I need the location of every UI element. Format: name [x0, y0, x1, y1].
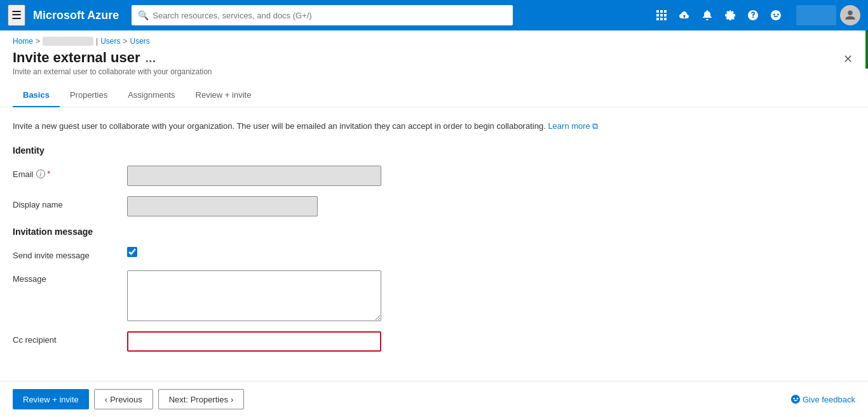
page-title-area: Invite external user ... Invite an exter…	[13, 50, 855, 76]
help-question-icon[interactable]	[743, 6, 763, 24]
notification-bell-icon[interactable]	[697, 6, 717, 24]
user-name-button[interactable]	[796, 5, 836, 25]
form-area: Invite a new guest user to collaborate w…	[0, 107, 868, 352]
svg-rect-4	[660, 14, 663, 17]
tab-basics[interactable]: Basics	[13, 84, 60, 107]
page-title: Invite external user ...	[13, 50, 855, 66]
svg-rect-7	[660, 18, 663, 20]
svg-rect-0	[656, 10, 659, 13]
hamburger-menu-button[interactable]: ☰	[8, 4, 25, 26]
breadcrumb-sep2: |	[96, 37, 98, 46]
azure-brand: Microsoft Azure	[33, 9, 119, 22]
info-text: Invite a new guest user to collaborate w…	[13, 120, 855, 133]
send-invite-checkbox[interactable]	[127, 247, 137, 257]
display-name-input[interactable]	[127, 196, 318, 216]
footer-right: Give feedback	[791, 395, 855, 404]
breadcrumb-sep1: >	[36, 37, 40, 46]
display-name-label: Display name	[13, 196, 114, 209]
search-icon: 🔍	[138, 10, 149, 20]
settings-gear-icon[interactable]	[720, 6, 740, 24]
display-name-row: Display name	[13, 196, 855, 216]
breadcrumb-users1[interactable]: Users	[100, 37, 120, 46]
svg-rect-2	[664, 10, 667, 13]
cc-recipient-label: Cc recipient	[13, 331, 114, 345]
main-content: Home > | Users > Users Invite external u…	[0, 30, 868, 417]
page-subtitle: Invite an external user to collaborate w…	[13, 67, 855, 76]
user-area	[796, 5, 860, 25]
svg-rect-6	[656, 18, 659, 20]
send-invite-label: Send invite message	[13, 247, 114, 260]
svg-rect-8	[664, 18, 667, 20]
email-label: Email i *	[13, 166, 114, 179]
tab-assignments[interactable]: Assignments	[118, 84, 185, 107]
email-input[interactable]	[127, 166, 381, 186]
top-navigation: ☰ Microsoft Azure 🔍	[0, 0, 868, 30]
invitation-section-title: Invitation message	[13, 227, 855, 237]
more-options-dots[interactable]: ...	[146, 51, 156, 65]
tab-bar: Basics Properties Assignments Review + i…	[0, 84, 868, 107]
svg-rect-3	[656, 14, 659, 17]
footer: Review + invite ‹ Previous Next: Propert…	[0, 381, 868, 417]
search-input[interactable]	[153, 11, 506, 20]
message-label: Message	[13, 270, 114, 284]
portal-menu-icon[interactable]	[651, 6, 672, 24]
send-invite-row: Send invite message	[13, 247, 855, 260]
cc-recipient-input[interactable]	[127, 331, 381, 352]
breadcrumb-users2[interactable]: Users	[130, 37, 150, 46]
breadcrumb: Home > | Users > Users	[0, 30, 868, 50]
page-header: Invite external user ... Invite an exter…	[0, 50, 868, 84]
previous-button[interactable]: ‹ Previous	[94, 389, 153, 409]
avatar[interactable]	[840, 5, 860, 25]
svg-rect-5	[664, 14, 667, 17]
breadcrumb-sep3: >	[123, 37, 128, 46]
required-indicator: *	[48, 169, 51, 178]
close-button[interactable]: ✕	[841, 50, 855, 69]
breadcrumb-home[interactable]: Home	[13, 37, 33, 46]
breadcrumb-masked	[43, 37, 93, 46]
cloud-upload-icon[interactable]	[674, 6, 695, 24]
page-title-text: Invite external user	[13, 50, 140, 66]
tab-review-invite[interactable]: Review + invite	[186, 84, 262, 107]
chevron-right-icon: ›	[231, 395, 233, 404]
scroll-indicator	[865, 30, 868, 69]
give-feedback-button[interactable]: Give feedback	[791, 395, 855, 404]
send-invite-checkbox-wrapper	[127, 247, 137, 257]
cc-recipient-row: Cc recipient	[13, 331, 855, 352]
message-row: Message	[13, 270, 855, 321]
info-text-content: Invite a new guest user to collaborate w…	[13, 121, 546, 131]
topnav-icons	[651, 6, 786, 24]
message-textarea[interactable]	[127, 270, 381, 321]
learn-more-link[interactable]: Learn more ⧉	[548, 121, 598, 131]
svg-rect-1	[660, 10, 663, 13]
identity-section-title: Identity	[13, 145, 855, 156]
next-properties-button[interactable]: Next: Properties ›	[158, 389, 245, 409]
review-invite-button[interactable]: Review + invite	[13, 389, 89, 409]
email-info-icon[interactable]: i	[36, 169, 45, 178]
search-bar: 🔍	[132, 5, 513, 25]
feedback-smileys-icon[interactable]	[766, 6, 786, 24]
email-row: Email i *	[13, 166, 855, 186]
tab-properties[interactable]: Properties	[60, 84, 118, 107]
chevron-left-icon: ‹	[105, 395, 107, 404]
